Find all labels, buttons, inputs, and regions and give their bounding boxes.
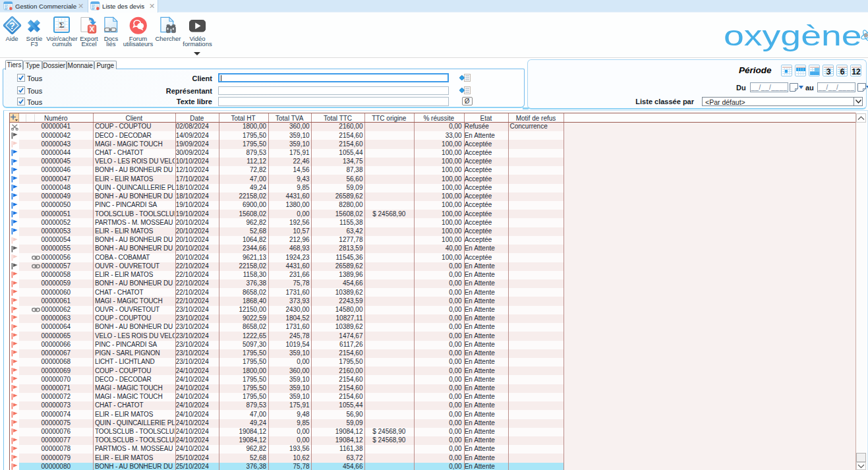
- svg-text:6: 6: [840, 68, 844, 75]
- svg-text:3: 3: [826, 68, 830, 75]
- svg-text:?: ?: [9, 20, 15, 31]
- svg-text:X: X: [89, 24, 94, 32]
- svg-text:Σ: Σ: [59, 20, 64, 30]
- svg-text:12: 12: [852, 68, 861, 75]
